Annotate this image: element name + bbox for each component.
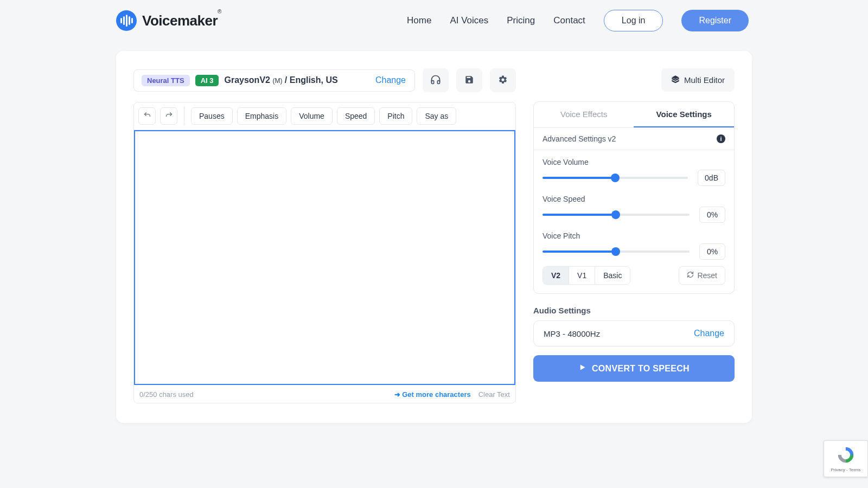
ai3-badge: AI 3 bbox=[195, 75, 219, 86]
arrow-right-icon: ➜ bbox=[394, 390, 403, 399]
redo-button[interactable] bbox=[160, 107, 177, 125]
save-icon bbox=[464, 75, 474, 86]
change-voice-link[interactable]: Change bbox=[375, 75, 406, 85]
refresh-icon bbox=[687, 271, 694, 280]
undo-button[interactable] bbox=[138, 107, 156, 125]
audio-format-box: MP3 - 48000Hz Change bbox=[533, 320, 735, 346]
change-audio-link[interactable]: Change bbox=[694, 329, 724, 338]
register-button[interactable]: Register bbox=[681, 10, 749, 31]
tab-voice-settings[interactable]: Voice Settings bbox=[634, 102, 734, 127]
redo-icon bbox=[165, 111, 173, 121]
audio-settings-title: Audio Settings bbox=[533, 306, 735, 315]
voice-volume-slider[interactable] bbox=[542, 172, 688, 183]
text-input[interactable] bbox=[134, 130, 515, 385]
logo-icon bbox=[116, 10, 137, 31]
nav-contact[interactable]: Contact bbox=[553, 15, 585, 26]
version-v1-button[interactable]: V1 bbox=[569, 267, 595, 284]
layers-icon bbox=[671, 75, 680, 85]
clear-text-link[interactable]: Clear Text bbox=[478, 390, 510, 399]
version-basic-button[interactable]: Basic bbox=[595, 267, 630, 284]
version-group: V2 V1 Basic bbox=[542, 266, 630, 285]
voice-pitch-label: Voice Pitch bbox=[542, 232, 725, 240]
play-icon bbox=[578, 363, 586, 374]
char-counter: 0/250 chars used bbox=[139, 390, 194, 399]
version-v2-button[interactable]: V2 bbox=[543, 267, 569, 284]
voice-speed-slider[interactable] bbox=[542, 209, 690, 220]
reset-button[interactable]: Reset bbox=[679, 266, 725, 285]
voice-name: GraysonV2 (M) / English, US bbox=[224, 75, 337, 85]
login-button[interactable]: Log in bbox=[604, 10, 663, 31]
recaptcha-badge[interactable]: Privacy - Terms bbox=[824, 440, 868, 477]
recaptcha-icon bbox=[837, 446, 855, 466]
voice-volume-label: Voice Volume bbox=[542, 158, 725, 166]
headphones-icon bbox=[430, 74, 441, 87]
audio-format-label: MP3 - 48000Hz bbox=[544, 329, 600, 338]
voice-speed-label: Voice Speed bbox=[542, 195, 725, 203]
voice-volume-value: 0dB bbox=[698, 170, 725, 186]
nav-home[interactable]: Home bbox=[407, 15, 431, 26]
brand-name: Voicemaker® bbox=[142, 12, 221, 29]
volume-button[interactable]: Volume bbox=[291, 107, 333, 125]
listen-button[interactable] bbox=[423, 68, 449, 92]
nav-ai-voices[interactable]: AI Voices bbox=[450, 15, 488, 26]
save-button[interactable] bbox=[456, 68, 482, 92]
say-as-button[interactable]: Say as bbox=[417, 107, 456, 125]
emphasis-button[interactable]: Emphasis bbox=[237, 107, 286, 125]
gear-icon bbox=[498, 75, 508, 86]
multi-editor-button[interactable]: Multi Editor bbox=[661, 68, 735, 92]
settings-button[interactable] bbox=[490, 68, 516, 92]
voice-pitch-slider[interactable] bbox=[542, 246, 690, 257]
pitch-button[interactable]: Pitch bbox=[379, 107, 412, 125]
logo[interactable]: Voicemaker® bbox=[116, 10, 221, 31]
voice-speed-value: 0% bbox=[699, 207, 725, 223]
pauses-button[interactable]: Pauses bbox=[191, 107, 233, 125]
voice-pitch-value: 0% bbox=[699, 243, 725, 260]
tab-voice-effects[interactable]: Voice Effects bbox=[534, 102, 634, 127]
undo-icon bbox=[143, 111, 151, 121]
nav-pricing[interactable]: Pricing bbox=[507, 15, 535, 26]
info-icon[interactable]: i bbox=[717, 134, 725, 143]
neural-tts-badge: Neural TTS bbox=[142, 75, 190, 86]
editor: Pauses Emphasis Volume Speed Pitch Say a… bbox=[133, 102, 516, 403]
speed-button[interactable]: Speed bbox=[337, 107, 375, 125]
get-more-characters-link[interactable]: ➜ Get more characters bbox=[394, 390, 471, 399]
recaptcha-text: Privacy - Terms bbox=[831, 467, 861, 472]
voice-selector: Neural TTS AI 3 GraysonV2 (M) / English,… bbox=[133, 69, 415, 92]
advanced-settings-label: Advanced Settings v2 bbox=[542, 134, 616, 143]
convert-to-speech-button[interactable]: CONVERT TO SPEECH bbox=[533, 355, 735, 382]
